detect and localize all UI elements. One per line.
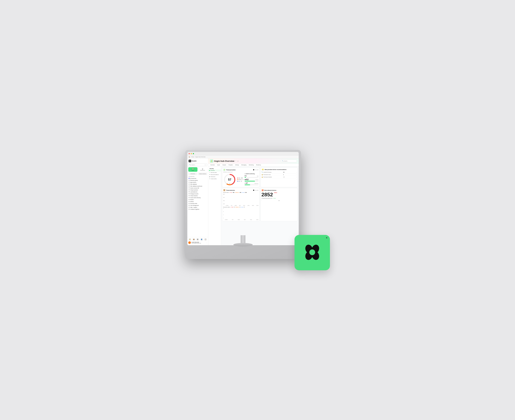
sidebar-item-sql-warehouse[interactable]: SQL database warehouse [187, 185, 208, 187]
medium-dot [237, 179, 238, 180]
sec-item-alerts[interactable]: ⚠ Security alerts [208, 171, 221, 173]
settings-icon[interactable]: ⚙ [197, 239, 199, 240]
stand-base [233, 243, 253, 247]
permission-issue-icon: 🔒 [261, 174, 263, 175]
hbar-resources: ✦ 17 Resources [245, 182, 258, 185]
show-link[interactable]: Show [273, 198, 276, 199]
favorites-label: Favorites [187, 175, 208, 177]
row-threat-prevention: ⚡ Threat prevention This week ● [222, 168, 298, 187]
devices-fill [245, 181, 255, 181]
sidebar-item-cosmos-db[interactable]: Scanix cosmos DB [187, 187, 208, 189]
advisor-label: Advisor [190, 201, 194, 202]
package-icon[interactable]: 📦 [193, 239, 195, 240]
permission-blocked-icon: 🔒 [261, 176, 263, 178]
user-icon[interactable]: 👤 [201, 239, 203, 240]
tab-settings[interactable]: Settings [234, 164, 240, 166]
minimize-dot[interactable] [191, 153, 192, 154]
sidebar-item-security-center[interactable]: Security center [187, 202, 208, 204]
threat-title-text: Threat prevention [226, 169, 236, 171]
user-email: rachcole@example.com [192, 243, 201, 244]
sidebar-item-resource-group[interactable]: Resource group [187, 179, 208, 181]
sidebar-item-sql-database[interactable]: SQL database [187, 183, 208, 185]
permission-issue-label: Permission issue [263, 174, 271, 175]
rec-next-icon[interactable]: › [296, 179, 297, 180]
threat-detection-title-text: Threat detection [226, 190, 235, 191]
security-sidebar: Security Overview ⚠ Security alerts ★ [208, 167, 221, 245]
tab-inputs[interactable]: Inputs [216, 164, 221, 166]
sec-item-recommendations[interactable]: ★ Recommendations [208, 173, 221, 176]
svg-point-11 [309, 249, 315, 255]
sidebar-item-virtual-networks[interactable]: Virtual networks [187, 195, 208, 197]
container-registries-label: Container registries [190, 209, 199, 210]
high-value: 55 [241, 178, 242, 179]
health-monitoring: ● Health monitoring ■ 1 [245, 173, 258, 186]
clipboard-icon[interactable]: 📋 [205, 239, 207, 240]
cost-management-label: Cost management [190, 205, 199, 206]
all-services-btn[interactable]: All services [188, 172, 198, 175]
rec-title-text: Most prevalent device recommendations [265, 169, 286, 170]
sidebar-item-storage-accounts[interactable]: Storage accounts [187, 193, 208, 195]
user-menu-icon[interactable]: ⋮ [206, 242, 207, 243]
main-header: ⚡ rtogm-hub-Overview ☆ ••• 🔍 Search... [208, 158, 299, 164]
home-icon: 🏠 [192, 168, 194, 170]
rec-prev-icon[interactable]: ‹ [261, 179, 262, 180]
create-resource-btn[interactable]: Create a resource [198, 172, 207, 175]
sidebar-item-app-services[interactable]: App services [187, 181, 208, 183]
threat-detection-title: 🛡 Threat detection [223, 189, 235, 191]
attacked-prev-icon[interactable]: ‹ [261, 200, 262, 201]
resources-track: Resources [245, 184, 258, 185]
tab-template[interactable]: Template [227, 164, 234, 166]
tab-messaging[interactable]: Messaging [240, 164, 247, 166]
device-alerts-low: 2.3k [245, 192, 247, 193]
sidebar-item-help-support[interactable]: Help + support [187, 206, 208, 208]
tab-overview[interactable]: Overview [209, 164, 216, 166]
breadcrumb-home-icon[interactable]: 🏠 [189, 156, 190, 158]
recommendations-label: Recommendations [211, 174, 219, 175]
most-attacked-panel: 🎯 Most attacked devices 2852 Alerts [260, 188, 298, 221]
medium-value: 2 [243, 179, 243, 180]
sidebar-item-active-directory[interactable]: Scanix active directory [187, 197, 208, 199]
permission-blocked-chevron[interactable]: › [296, 177, 297, 178]
terminal-icon[interactable]: ⚡ [189, 239, 191, 240]
sec-item-overview[interactable]: Overview [208, 170, 221, 171]
health-title-text: Health monitoring [246, 173, 255, 174]
maximize-dot[interactable] [193, 153, 194, 154]
star-icon[interactable]: ☆ [235, 160, 236, 162]
threat-detection-header: 🛡 Threat detection This week [223, 189, 258, 191]
sidebar-item-all-resources[interactable]: All resources [187, 177, 208, 179]
close-dot[interactable] [189, 153, 190, 154]
resources-label-right: Resources [255, 183, 258, 184]
attacked-next-icon[interactable]: › [296, 200, 297, 201]
sec-item-resources[interactable]: ◆ Resources [208, 176, 221, 178]
nav-btn-dashboard[interactable]: ⊞ Dashboard [198, 167, 207, 172]
tab-monitoring[interactable]: Monitoring [248, 164, 255, 166]
permission-issue-chevron[interactable]: › [296, 174, 297, 175]
rec-icon: 💡 [261, 169, 264, 171]
sql-warehouse-icon [189, 186, 190, 187]
tab-outputs[interactable]: Outputs [221, 164, 227, 166]
sidebar: Scanix 🔍 Search... ⌘S 🏠 Home ⊞ [187, 158, 208, 245]
tab-residency[interactable]: Residency [255, 164, 262, 166]
sidebar-items-list: All resources Resource group App service… [187, 177, 208, 210]
tabs-row: Overview Inputs Outputs Template Setting… [208, 164, 299, 167]
sidebar-item-load-balancers[interactable]: Load balancers [187, 191, 208, 193]
security-center-label: Security center [190, 203, 197, 204]
main-search[interactable]: 🔍 Search... [281, 159, 297, 162]
medium-label: Medium [239, 179, 242, 180]
sec-item-custom-alerts[interactable]: ✦ Custom alerts [208, 178, 221, 180]
sidebar-item-monitor[interactable]: Monitor [187, 199, 208, 201]
hbar-hub: ■ 1 Hub [245, 175, 258, 178]
breadcrumb-hubs[interactable]: Hubs [191, 156, 194, 158]
sidebar-search[interactable]: 🔍 Search... ⌘S [188, 163, 207, 166]
more-options-icon[interactable]: ••• [237, 160, 238, 162]
sidebar-item-virtual-machines[interactable]: Virtual machines [187, 189, 208, 191]
sql-warehouse-label: SQL database warehouse [190, 186, 202, 187]
nav-btn-home[interactable]: 🏠 Home [188, 167, 198, 172]
permission-blocked-count: 2 [284, 177, 284, 178]
sidebar-item-container-registries[interactable]: Container registries [187, 208, 208, 210]
firmware-chevron[interactable]: › [296, 172, 297, 173]
sidebar-item-advisor[interactable]: Advisor [187, 201, 208, 202]
sidebar-item-cost-management[interactable]: Cost management [187, 204, 208, 206]
low-value: 0 [241, 181, 242, 182]
logo-symbol [303, 243, 321, 262]
